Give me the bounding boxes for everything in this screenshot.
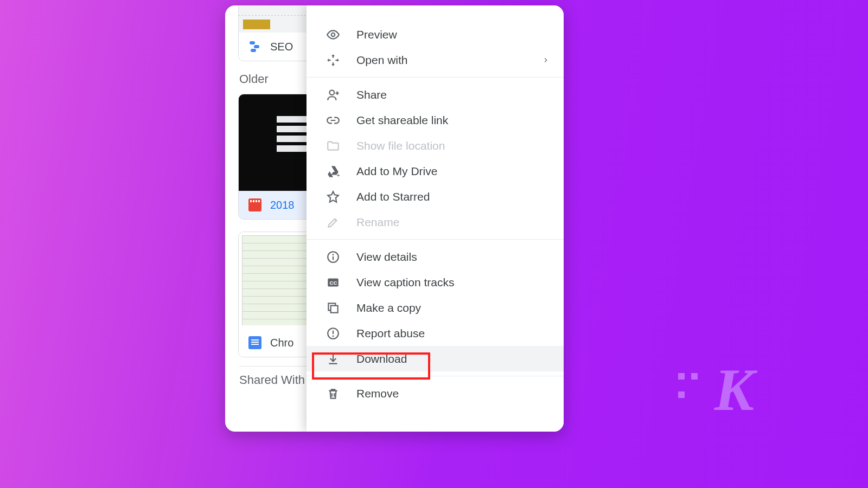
info-icon: [326, 250, 340, 264]
svg-point-1: [330, 90, 335, 95]
menu-label: View caption tracks: [356, 276, 455, 289]
menu-separator: [307, 239, 564, 240]
menu-rename: Rename: [307, 209, 564, 235]
file-name: 2018: [270, 199, 295, 211]
file-name: SEO: [270, 41, 293, 53]
menu-label: Download: [356, 352, 407, 365]
menu-show-location: Show file location: [307, 133, 564, 158]
menu-report-abuse[interactable]: Report abuse: [307, 320, 564, 346]
menu-label: Share: [356, 88, 387, 101]
menu-download[interactable]: Download: [307, 346, 564, 371]
open-with-icon: [326, 53, 340, 67]
menu-add-to-drive[interactable]: + Add to My Drive: [307, 158, 564, 184]
menu-label: Make a copy: [356, 301, 421, 314]
svg-point-9: [333, 335, 334, 337]
pencil-icon: [326, 215, 340, 229]
folder-icon: [326, 139, 340, 153]
svg-text:+: +: [337, 171, 340, 178]
menu-caption-tracks[interactable]: CC View caption tracks: [307, 269, 564, 295]
menu-label: Show file location: [356, 139, 445, 152]
menu-get-link[interactable]: Get shareable link: [307, 107, 564, 133]
drive-window: SEO Older 2018 Chro Sha: [225, 5, 564, 432]
data-studio-icon: [248, 40, 261, 53]
svg-rect-7: [331, 305, 338, 312]
video-icon: [248, 198, 261, 211]
menu-label: Add to My Drive: [356, 165, 437, 178]
svg-point-4: [333, 254, 334, 255]
eye-icon: [326, 28, 340, 42]
menu-label: Add to Starred: [356, 190, 430, 203]
watermark-logo: K: [678, 363, 754, 428]
star-icon: [326, 190, 340, 204]
link-icon: [326, 113, 340, 127]
menu-share[interactable]: Share: [307, 82, 564, 107]
menu-add-to-starred[interactable]: Add to Starred: [307, 184, 564, 209]
context-menu: Preview Open with Share Get shareable li…: [307, 5, 564, 432]
drive-add-icon: +: [326, 164, 340, 178]
cc-icon: CC: [326, 275, 340, 290]
menu-open-with[interactable]: Open with: [307, 47, 564, 73]
menu-label: Get shareable link: [356, 114, 448, 127]
trash-icon: [326, 387, 340, 401]
menu-separator: [307, 77, 564, 78]
menu-label: View details: [356, 251, 417, 264]
chevron-right-icon: [542, 54, 550, 67]
alert-icon: [326, 326, 340, 341]
menu-label: Rename: [356, 216, 399, 229]
svg-text:CC: CC: [330, 280, 337, 286]
file-name: Chro: [270, 337, 293, 349]
docs-icon: [248, 336, 261, 349]
menu-separator: [307, 376, 564, 376]
menu-remove[interactable]: Remove: [307, 381, 564, 406]
person-add-icon: [326, 88, 340, 102]
menu-view-details[interactable]: View details: [307, 244, 564, 269]
menu-preview[interactable]: Preview: [307, 22, 564, 47]
menu-label: Report abuse: [356, 327, 425, 340]
menu-make-copy[interactable]: Make a copy: [307, 295, 564, 320]
download-icon: [326, 352, 340, 366]
menu-label: Preview: [356, 28, 397, 41]
menu-label: Open with: [356, 54, 408, 67]
menu-label: Remove: [356, 387, 399, 400]
copy-icon: [326, 301, 340, 315]
svg-point-0: [331, 33, 335, 36]
